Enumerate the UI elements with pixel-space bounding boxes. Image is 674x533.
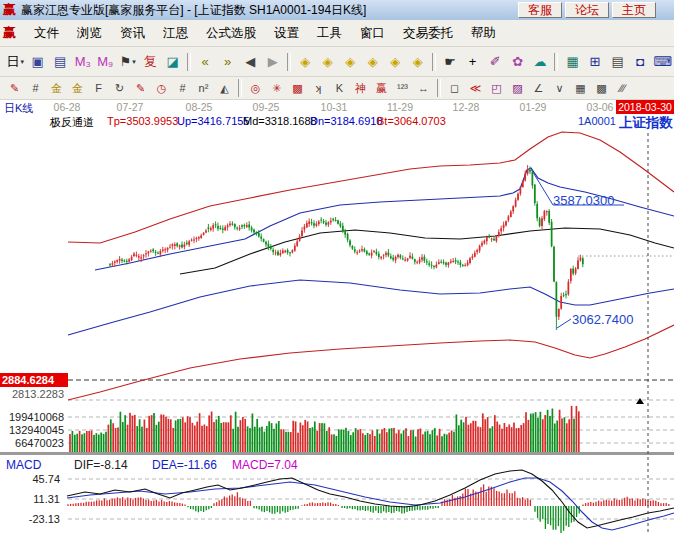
box-target-icon[interactable]: ▩ <box>287 79 308 98</box>
grid-basic-icon[interactable]: # <box>25 79 46 98</box>
angle-paper-icon[interactable]: ◭ <box>214 79 235 98</box>
box-fan-icon[interactable]: ◰ <box>486 79 507 98</box>
toolbar-separator <box>187 53 191 71</box>
first-page-icon[interactable]: « <box>194 50 217 74</box>
menu-item-5[interactable]: 公式选股 <box>197 24 265 42</box>
zoom-diamond-4-icon[interactable]: ◈ <box>361 50 384 74</box>
menu-item-10[interactable]: 帮助 <box>462 24 505 42</box>
parallel-lines-icon[interactable]: ∕∕∕ <box>612 79 633 98</box>
box-diagonal-icon[interactable]: ▨ <box>507 79 528 98</box>
kline-period-icon[interactable]: 日▾ <box>4 50 27 74</box>
peak-price-annotation: 3587.0300 <box>553 193 614 208</box>
colored-kline-icon[interactable]: ◪ <box>162 50 185 74</box>
restore-rights-icon[interactable]: 复 <box>139 50 162 74</box>
save-icon[interactable]: ◘ <box>629 50 652 74</box>
shen-grid-icon[interactable]: 神 <box>350 79 371 98</box>
crosshair-icon[interactable]: + <box>461 50 484 74</box>
window-split-icon[interactable]: ▣ <box>27 50 50 74</box>
volume-axis-label-1: 199410068 <box>0 411 64 423</box>
gold-grid-a-icon[interactable]: 金 <box>46 79 67 98</box>
date-tick-2: 07-27 <box>100 101 160 113</box>
f-grid-icon[interactable]: F <box>88 79 109 98</box>
menu-item-3[interactable]: 资讯 <box>111 24 154 42</box>
chart-canvas[interactable] <box>0 130 674 533</box>
service-button[interactable]: 客服 <box>518 2 562 18</box>
dense-grid-icon[interactable]: ▦ <box>570 79 591 98</box>
indicator-row: 极反通道 Tp=3503.9953Up=3416.7155Md=3318.168… <box>0 114 674 130</box>
date-tick-1: 06-28 <box>37 101 97 113</box>
zoom-diamond-2-icon[interactable]: ◈ <box>316 50 339 74</box>
ying-grid-icon[interactable]: 赢 <box>371 79 392 98</box>
marker-triangle <box>636 398 644 404</box>
menu-item-6[interactable]: 设置 <box>265 24 308 42</box>
price-level-badge: 2884.6284 <box>0 373 68 387</box>
indicator-value-2: Up=3416.7155 <box>177 115 249 127</box>
price-axis-label: 2813.2283 <box>0 388 64 400</box>
brush-icon[interactable]: ✎ <box>130 79 151 98</box>
chart-area[interactable]: 3587.0300 3062.7400 2884.6284 2813.2283 … <box>0 130 674 533</box>
notes-icon[interactable]: ▤ <box>606 50 629 74</box>
monitor-icon[interactable]: ⌨ <box>651 50 674 74</box>
grid-lines <box>68 256 674 519</box>
menu-item-2[interactable]: 浏览 <box>68 24 111 42</box>
calculator-icon[interactable]: ⊞ <box>584 50 607 74</box>
gann-tools-icon[interactable]: ✿ <box>506 50 529 74</box>
toolbar-drawing: ✎#金金F↻✎◷#n²◭◎✳▩ʞK神赢¹²³↔◻≪◰▨∠∨▦▩∕∕∕ <box>0 77 674 100</box>
date-tick-3: 08-25 <box>169 101 229 113</box>
spiral-icon[interactable]: ↻ <box>109 79 130 98</box>
macd-dea-value: DEA=-11.66 <box>152 458 217 472</box>
wave-major-icon[interactable]: M₉ <box>94 50 117 74</box>
cursor-layer <box>636 133 648 533</box>
last-page-icon[interactable]: » <box>216 50 239 74</box>
draw-pen-icon[interactable]: ✎ <box>4 79 25 98</box>
k-mark-a-icon[interactable]: ʞ <box>308 79 329 98</box>
macd-value: MACD=7.04 <box>232 458 298 472</box>
home-button[interactable]: 主页 <box>612 2 656 18</box>
grid-123-icon[interactable]: ¹²³ <box>392 79 413 98</box>
v-lines-icon[interactable]: ∨ <box>549 79 570 98</box>
macd-scale-1: 45.74 <box>0 473 60 485</box>
time-circle-icon[interactable]: ◷ <box>151 79 172 98</box>
zoom-diamond-1-icon[interactable]: ◈ <box>294 50 317 74</box>
grid-box-icon[interactable]: ▩ <box>591 79 612 98</box>
menu-item-9[interactable]: 交易委托 <box>394 24 462 42</box>
rect-tool-icon[interactable]: ◻ <box>444 79 465 98</box>
menu-item-8[interactable]: 窗口 <box>351 24 394 42</box>
prev-page-icon[interactable]: ◀ <box>239 50 262 74</box>
calendar-icon[interactable]: ▦ <box>561 50 584 74</box>
menu-item-1[interactable]: 文件 <box>25 24 68 42</box>
app-window: 赢 赢家江恩专业版[赢家服务平台] - [上证指数 SH1A0001-194日K… <box>0 0 674 533</box>
pan-hand-icon[interactable]: ☛ <box>439 50 462 74</box>
next-page-icon[interactable]: ▶ <box>261 50 284 74</box>
info-panel-icon[interactable]: ▤ <box>49 50 72 74</box>
wave-minor-icon[interactable]: M₃ <box>72 50 95 74</box>
toolbar-main: 日▾▣▤M₃M₉⚑▾复◪«»◀▶◈◈◈◈◈◈☛+✐✿☁▦⊞▤◘⌨ <box>0 47 674 77</box>
macd-scale-2: 11.31 <box>0 493 60 505</box>
app-logo-icon: 赢 <box>3 1 21 19</box>
price-grid-icon[interactable]: # <box>172 79 193 98</box>
target-circle-icon[interactable]: ◎ <box>245 79 266 98</box>
menu-item-4[interactable]: 江恩 <box>154 24 197 42</box>
square-of-nine-icon[interactable]: n² <box>193 79 214 98</box>
stock-code: 1A0001 <box>578 115 616 127</box>
macd-scale-3: -23.13 <box>0 513 60 525</box>
macd-panel-label[interactable]: MACD <box>6 458 41 472</box>
current-date-badge: 2018-03-30 <box>616 100 674 114</box>
forum-button[interactable]: 论坛 <box>565 2 609 18</box>
width-measure-icon[interactable]: ↔ <box>413 79 434 98</box>
toolbar-separator <box>554 53 558 71</box>
menu-item-7[interactable]: 工具 <box>308 24 351 42</box>
fan-lines-icon[interactable]: ≪ <box>465 79 486 98</box>
window-title: 赢家江恩专业版[赢家服务平台] - [上证指数 SH1A0001-194日K线] <box>21 2 515 19</box>
smart-analysis-icon[interactable]: ☁ <box>529 50 552 74</box>
indicator-name[interactable]: 极反通道 <box>50 115 94 130</box>
zoom-diamond-5-icon[interactable]: ◈ <box>384 50 407 74</box>
measure-line-icon[interactable]: ✐ <box>484 50 507 74</box>
mark-flag-icon[interactable]: ⚑▾ <box>117 50 140 74</box>
zoom-diamond-3-icon[interactable]: ◈ <box>339 50 362 74</box>
gold-grid-b-icon[interactable]: 金 <box>67 79 88 98</box>
trend-angle-icon[interactable]: ∠ <box>528 79 549 98</box>
k-mark-b-icon[interactable]: K <box>329 79 350 98</box>
zoom-diamond-6-icon[interactable]: ◈ <box>406 50 429 74</box>
star-grid-icon[interactable]: ✳ <box>266 79 287 98</box>
